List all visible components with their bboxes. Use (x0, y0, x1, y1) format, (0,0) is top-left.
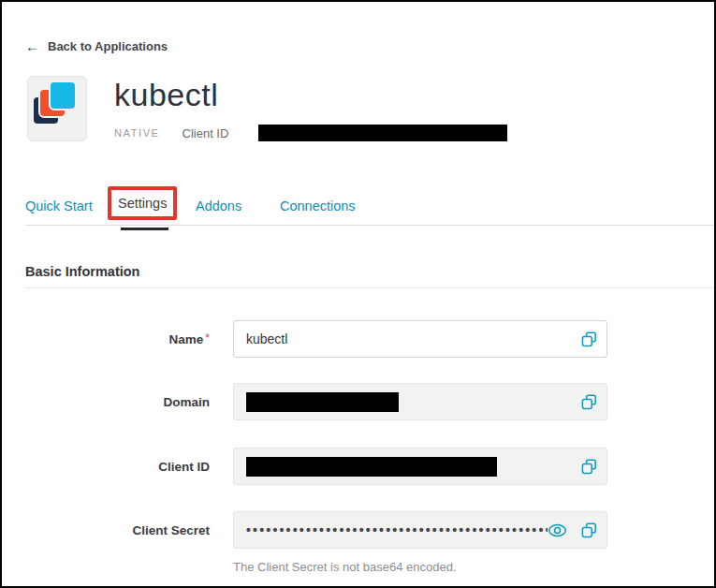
tab-connections[interactable]: Connections (280, 198, 356, 213)
client-secret-masked-value: ••••••••••••••••••••••••••••••••••••••••… (246, 522, 548, 537)
client-secret-input[interactable]: ••••••••••••••••••••••••••••••••••••••••… (233, 511, 607, 549)
reveal-secret-button[interactable] (547, 522, 567, 537)
client-secret-field-label: Client Secret (25, 523, 210, 537)
copy-icon (581, 394, 597, 410)
copy-icon[interactable] (580, 522, 597, 538)
section-divider (25, 287, 714, 288)
copy-icon (581, 459, 597, 475)
tab-addons[interactable]: Addons (196, 198, 241, 213)
client-id-redaction-bar (246, 457, 497, 477)
active-tab-underline (121, 228, 168, 230)
app-logo (27, 76, 87, 141)
client-id-redaction-bar (258, 125, 507, 141)
eye-icon (548, 523, 567, 537)
name-field-label: Name* (25, 331, 210, 346)
client-id-field-label: Client ID (25, 460, 210, 474)
logo-square-cyan (49, 81, 77, 110)
back-to-applications-link[interactable]: ← Back to Applications (25, 39, 168, 53)
copy-icon (581, 331, 597, 347)
app-settings-page: { "header": { "back_label": "Back to App… (0, 0, 716, 588)
copy-icon (581, 522, 597, 538)
required-asterisk: * (205, 331, 210, 345)
domain-redaction-bar (246, 392, 399, 412)
copy-icon[interactable] (580, 331, 597, 347)
section-title: Basic Information (25, 264, 139, 279)
arrow-left-icon: ← (25, 39, 39, 53)
client-secret-help-text: The Client Secret is not base64 encoded. (233, 560, 456, 574)
tab-settings[interactable]: Settings (118, 196, 167, 211)
domain-field-label: Domain (25, 395, 210, 409)
name-input-value: kubectl (246, 331, 287, 346)
tab-quick-start[interactable]: Quick Start (25, 198, 93, 213)
tabs-divider (25, 225, 714, 226)
copy-icon[interactable] (580, 458, 597, 475)
app-type-badge: NATIVE (114, 127, 160, 139)
back-link-label: Back to Applications (48, 39, 168, 53)
app-meta-row: NATIVE Client ID (114, 125, 507, 141)
name-label-text: Name (169, 332, 204, 346)
client-id-label: Client ID (183, 126, 229, 140)
settings-annotation-box: Settings (108, 186, 177, 220)
copy-icon[interactable] (580, 393, 597, 410)
client-id-input[interactable] (233, 448, 607, 485)
name-input[interactable]: kubectl (233, 320, 607, 358)
page-title: kubectl (114, 79, 218, 110)
domain-input[interactable] (233, 383, 607, 420)
